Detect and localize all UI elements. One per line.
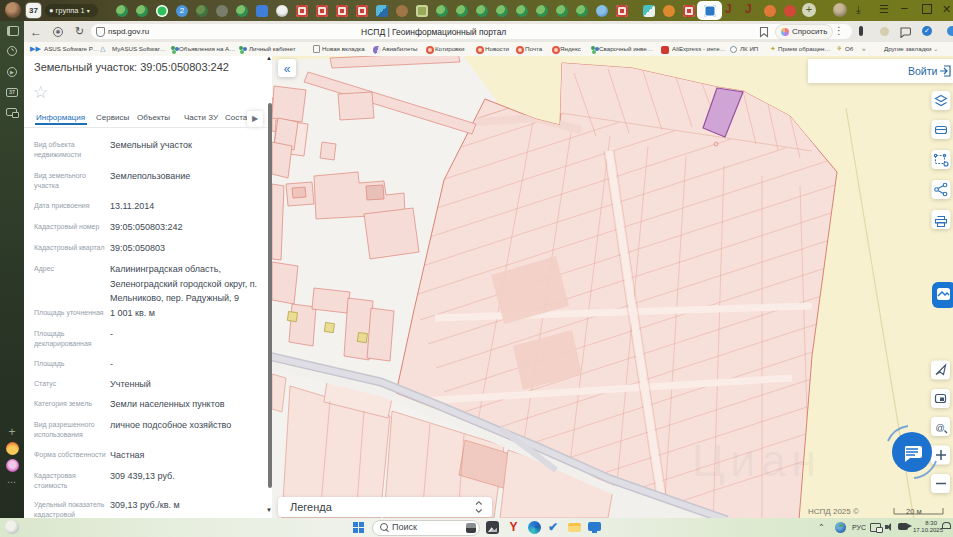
- svg-text:Циан: Циан: [692, 436, 822, 485]
- svg-text:20 м: 20 м: [906, 507, 922, 516]
- svg-text:НСПД 2025 ©: НСПД 2025 ©: [808, 507, 859, 516]
- svg-text:Легенда: Легенда: [290, 501, 333, 513]
- svg-text:@: @: [936, 423, 945, 433]
- svg-text:Войти: Войти: [908, 65, 938, 77]
- svg-text:«: «: [284, 62, 291, 76]
